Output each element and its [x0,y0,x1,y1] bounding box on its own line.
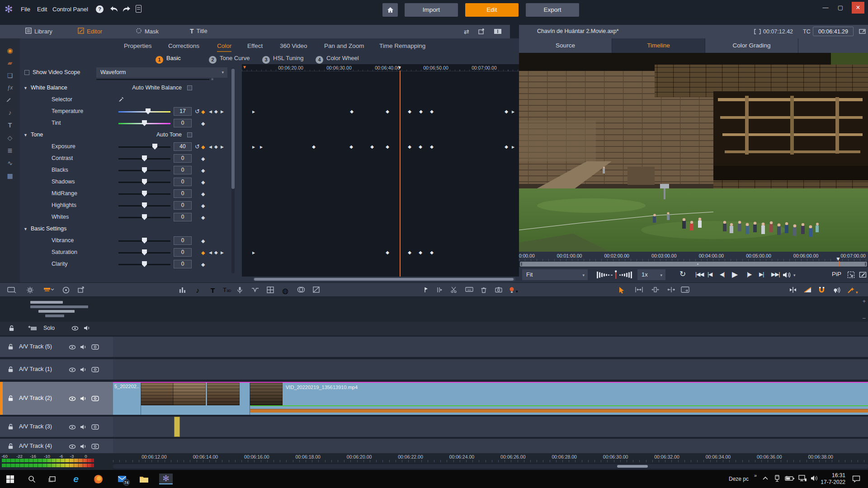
prev-keyframe-icon[interactable]: ◀ [209,145,212,149]
slider-track[interactable] [118,182,170,183]
slider-thumb[interactable] [146,108,151,114]
slider-track[interactable] [118,170,170,171]
shuttle-control[interactable] [596,270,633,280]
track-content[interactable] [113,417,868,437]
edge-icon[interactable]: e [71,474,81,484]
search-icon[interactable] [26,474,37,484]
audio-all-icon[interactable] [83,325,90,331]
jump-end-button[interactable]: ▶▶| [771,271,780,277]
float-window-icon[interactable] [478,28,485,35]
zoom-fit-dropdown[interactable]: Fit▾ [522,269,588,280]
collapse-caret-icon[interactable]: ▼ [24,133,28,137]
track3-clip[interactable] [174,417,180,437]
loop-button[interactable]: ↻ [679,269,686,279]
tab-effect[interactable]: Effect [247,42,263,49]
monitor-icon[interactable] [91,344,99,350]
slider-track[interactable] [118,205,170,206]
start-button[interactable] [5,474,15,484]
video-preview[interactable] [519,53,868,252]
collapse-caret-icon[interactable]: ▼ [24,227,28,231]
tab-color[interactable]: Color [217,42,231,52]
add-keyframe-icon[interactable]: ◆ [214,144,218,149]
zoom-out-icon[interactable]: – [863,315,866,321]
notification-icon[interactable] [852,475,860,483]
eyedropper-icon[interactable] [118,96,125,102]
rail-folder-icon[interactable]: ❏ [6,72,14,79]
slider-track[interactable] [118,240,170,242]
keyframe-hscrollbar-thumb[interactable] [254,278,514,281]
keyframe-diamond-icon[interactable]: ◆ [419,144,422,149]
timeline-hscrollbar[interactable] [113,464,868,469]
rail-fx-icon[interactable]: ƒx [6,84,14,91]
preview-ruler[interactable]: 00:00:00.0000:01:00.0000:02:00.0000:03:0… [519,252,868,261]
value-box[interactable]: 0 [174,248,192,257]
network-icon[interactable] [798,475,807,482]
add-keyframe-icon[interactable]: ◆ [214,250,218,255]
split-clip-icon[interactable] [789,286,797,293]
timeline-hscrollbar-thumb[interactable] [617,465,648,468]
keyframe-diamond-icon[interactable]: ◆ [408,250,411,255]
value-box[interactable]: 0 [174,201,192,210]
volume-icon[interactable] [782,272,792,278]
swap-panels-icon[interactable]: ⇄ [464,28,469,35]
clip-volume-line[interactable] [250,405,868,406]
eye-all-icon[interactable] [71,325,79,331]
value-box[interactable]: 40 [174,142,192,151]
clip-thumbnail[interactable] [250,383,283,405]
light-arrow-icon[interactable]: ▾ [516,289,518,294]
clip-thumbnail[interactable] [207,383,240,405]
track-size-icon[interactable] [43,286,54,293]
track-content[interactable] [113,439,868,453]
preview-scrubber[interactable] [520,262,867,267]
tab-library[interactable]: Library [25,28,52,35]
track-header[interactable]: A/V Track (4) [0,439,113,453]
popout-editor-icon[interactable] [78,286,85,293]
slider-thumb[interactable] [142,120,147,126]
audio-scrub-icon[interactable] [833,286,840,293]
monitor-icon[interactable] [91,396,99,401]
track-header[interactable]: A/V Track (5) [0,337,113,357]
settings-scrollbar-thumb[interactable] [231,69,235,189]
aux-checkbox[interactable] [187,132,192,137]
rail-media-icon[interactable]: ▰ [6,59,14,66]
lock-icon[interactable] [7,343,14,350]
keyframe-diamond-icon[interactable]: ◆ [408,144,411,149]
slider-track[interactable] [118,111,170,113]
lock-icon[interactable] [7,395,14,402]
slider-track[interactable] [118,193,170,195]
razor-icon[interactable] [450,286,457,293]
tab-editor[interactable]: Editor [78,28,102,35]
task-view-icon[interactable] [47,474,58,484]
keyframe-tri-icon[interactable]: ▶ [512,145,514,149]
keyframe-panel[interactable]: ▼ 00:06:20.0000:06:30.0000:06:40.0000:06… [242,64,519,277]
aux-checkbox[interactable] [187,85,192,90]
audio-ducking-icon[interactable] [251,286,259,293]
tray-chevron-icon[interactable] [762,476,769,480]
collapse-caret-icon[interactable]: ▼ [24,86,28,90]
eye-icon[interactable] [69,444,76,450]
3d-title-icon[interactable]: T3D [223,286,231,293]
keyboard-icon[interactable] [465,286,473,292]
speaker-tray-icon[interactable] [811,475,819,482]
keyframe-diamond-icon[interactable]: ◆ [201,156,205,162]
mail-icon[interactable]: 74 [117,474,127,484]
zoom-in-icon[interactable]: + [863,298,866,305]
track-header[interactable]: A/V Track (1) [0,359,113,380]
frame-forward-button[interactable]: |▶ [747,271,751,277]
rail-plugin-icon[interactable]: ∿ [6,160,14,167]
tab-time-remapping[interactable]: Time Remapping [379,42,425,49]
usb-icon[interactable] [774,475,780,483]
step-color-wheel[interactable]: 4Color Wheel [316,55,359,64]
editing-mode-arrow-icon[interactable]: ▾ [856,290,858,295]
keyframe-diamond-icon[interactable]: ◆ [386,109,389,114]
prev-keyframe-icon[interactable]: ◀ [209,109,212,114]
edit-button[interactable]: Edit [465,3,519,17]
menu-control-panel[interactable]: Control Panel [52,6,88,13]
prev-clip-button[interactable]: |◀ [708,271,712,277]
magnet-snap-icon[interactable] [818,286,825,294]
tab-source[interactable]: Source [519,38,612,53]
rail-keys-icon[interactable]: ▦ [6,172,14,179]
slider-thumb[interactable] [152,144,157,150]
keyframe-diamond-icon[interactable]: ◆ [370,144,374,149]
preview-playhead-icon[interactable]: ▼ [835,256,841,262]
